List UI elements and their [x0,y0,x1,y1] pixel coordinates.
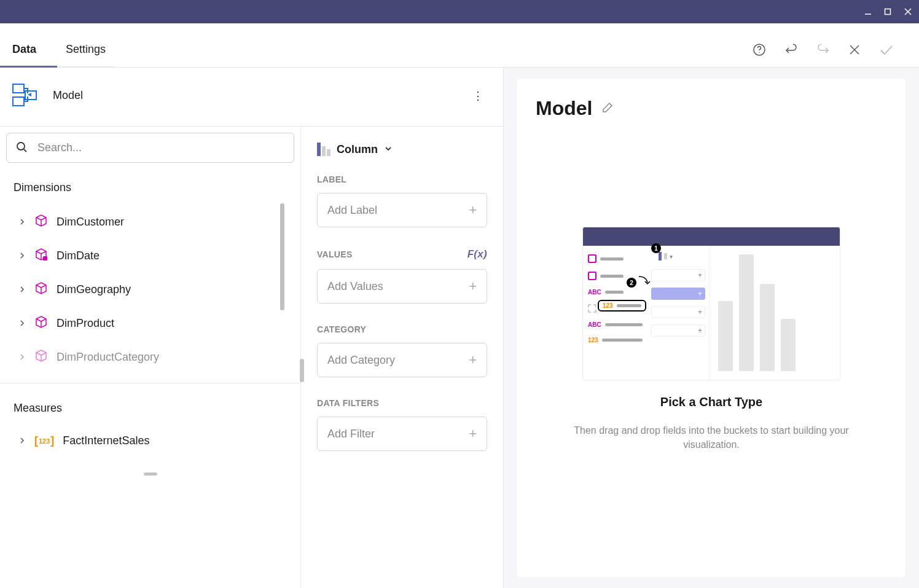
visualization-canvas: Model ABC ABC 123 [504,68,919,588]
window-close-button[interactable] [903,7,913,17]
dimension-label: DimProductCategory [57,351,159,364]
measure-label: FactInternetSales [63,434,149,447]
svg-point-12 [17,143,25,150]
cube-icon [34,248,48,264]
dimension-label: DimGeography [57,283,131,296]
chevron-right-icon [18,216,26,229]
plus-icon: + [469,352,477,368]
model-name: Model [53,89,459,102]
svg-line-13 [24,149,26,152]
label-bucket-placeholder: Add Label [327,204,377,217]
category-bucket-heading: CATEGORY [317,324,487,334]
values-bucket-placeholder: Add Values [327,280,383,293]
placeholder-headline: Pick a Chart Type [660,395,762,409]
category-bucket-placeholder: Add Category [327,354,395,367]
data-panel: Model ⋮ Dimensions [0,68,504,588]
measure-item[interactable]: [123] FactInternetSales [14,426,287,456]
category-bucket[interactable]: Add Category + [317,343,487,377]
cube-icon [34,281,48,298]
plus-icon: + [469,426,477,442]
chevron-right-icon [18,317,26,330]
label-bucket-heading: LABEL [317,174,487,184]
resize-handle[interactable] [144,472,157,476]
dimension-item[interactable]: DimDate [14,239,287,273]
dimension-label: DimDate [57,249,100,262]
close-icon[interactable] [848,43,861,58]
model-icon [11,82,39,109]
fx-icon[interactable]: F(x) [467,248,487,261]
chevron-down-icon [384,143,393,156]
cube-icon [34,315,48,332]
chevron-right-icon [18,249,26,262]
cube-icon [34,214,48,230]
measures-heading: Measures [14,402,287,415]
visualization-title: Model [536,97,592,120]
svg-point-5 [759,52,760,53]
cube-icon [34,349,48,366]
search-input[interactable] [6,133,294,163]
dimension-label: DimCustomer [57,216,124,229]
dimension-label: DimProduct [57,317,114,330]
top-bar: Data Settings [0,23,919,68]
window-titlebar [0,0,919,23]
tab-settings[interactable]: Settings [66,43,106,67]
minimize-button[interactable] [864,7,872,16]
column-chart-icon [317,143,330,156]
redo-icon[interactable] [816,42,831,59]
svg-rect-10 [13,97,24,106]
svg-rect-8 [13,84,24,93]
filters-bucket-heading: DATA FILTERS [317,398,487,408]
scrollbar[interactable] [280,203,284,310]
search-icon [15,141,28,155]
dimension-item[interactable]: DimProduct [14,307,287,340]
chevron-right-icon [18,283,26,296]
placeholder-subtext: Then drag and drop fields into the bucke… [564,424,859,452]
numeric-icon: [123] [34,434,54,447]
filters-bucket[interactable]: Add Filter + [317,417,487,451]
chart-type-selector[interactable]: Column [317,143,487,156]
svg-rect-18 [43,256,47,261]
values-bucket-heading: VALUES F(x) [317,248,487,261]
dimension-item[interactable]: DimGeography [14,273,287,307]
chart-type-label: Column [337,143,378,156]
tab-data[interactable]: Data [12,43,36,67]
dimension-item[interactable]: DimProductCategory [14,340,287,374]
help-icon[interactable] [752,42,767,59]
placeholder-illustration: ABC ABC 123 1 ▾ + 2 [582,227,840,380]
more-options-icon[interactable]: ⋮ [472,89,491,103]
dimensions-heading: Dimensions [14,181,287,194]
svg-rect-1 [885,9,891,15]
undo-icon[interactable] [784,42,799,59]
filters-bucket-placeholder: Add Filter [327,428,375,441]
edit-title-icon[interactable] [601,101,614,116]
search-field[interactable] [37,141,285,154]
label-bucket[interactable]: Add Label + [317,193,487,227]
values-bucket[interactable]: Add Values + [317,269,487,304]
scrollbar[interactable] [300,359,304,382]
chevron-right-icon [18,351,26,364]
plus-icon: + [469,202,477,218]
chevron-right-icon [18,434,26,447]
maximize-button[interactable] [883,7,892,16]
plus-icon: + [469,278,477,294]
confirm-icon[interactable] [878,42,894,60]
dimension-item[interactable]: DimCustomer [14,205,287,239]
